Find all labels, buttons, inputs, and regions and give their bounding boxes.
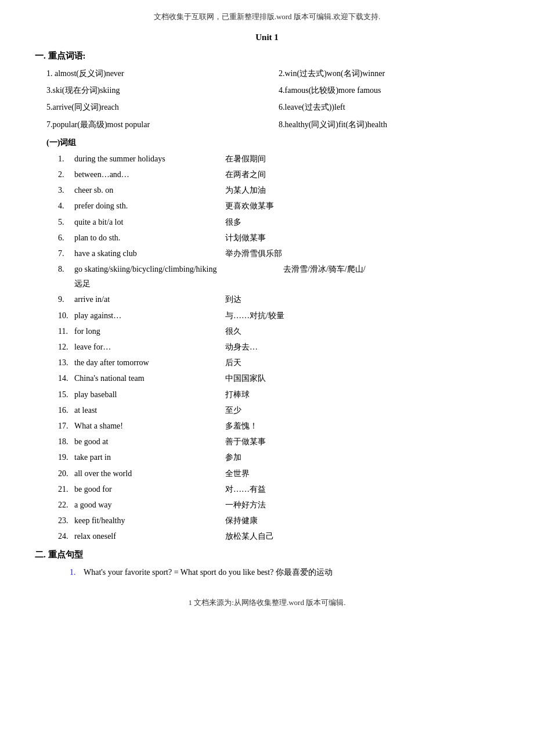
phrase-en: the day after tomorrow	[74, 355, 225, 370]
phrase-item: 20.all over the world全世界	[58, 466, 499, 481]
phrase-en: China's national team	[74, 371, 225, 386]
phrase-item: 4.prefer doing sth.更喜欢做某事	[58, 199, 499, 213]
phrase-item: 10.play against…与……对抗/较量	[58, 308, 499, 323]
phrase-num: 23.	[58, 513, 74, 528]
phrase-en: take part in	[74, 450, 225, 465]
phrase-en: play against…	[74, 308, 225, 323]
phrase-en: play baseball	[74, 387, 225, 402]
phrase-num: 13.	[58, 355, 74, 370]
sentence-item: 1.What's your favorite sport? = What spo…	[70, 565, 499, 579]
phrase-en: a good way	[74, 498, 225, 512]
phrase-en: be good for	[74, 482, 225, 496]
phrase-cn: 对……有益	[225, 482, 266, 496]
phrase-item: 14.China's national team中国国家队	[58, 371, 499, 386]
phrase-en: quite a bit/a lot	[74, 215, 225, 229]
phrase-item: 15.play baseball打棒球	[58, 387, 499, 402]
phrase-cn: 全世界	[225, 466, 250, 481]
phrase-cn: 多羞愧！	[225, 419, 258, 433]
phrase-num: 12.	[58, 340, 74, 354]
top-note: 文档收集于互联网，已重新整理排版.word 版本可编辑.欢迎下载支持.	[35, 12, 499, 22]
vocab-cn: 4.famous(比较级)more famous	[279, 83, 499, 98]
phrase-cn: 计划做某事	[225, 231, 266, 245]
phrase-cn: 参加	[225, 450, 241, 465]
phrase-cn: 很多	[225, 215, 241, 229]
phrase-en: all over the world	[74, 466, 225, 481]
phrase-num: 22.	[58, 498, 74, 512]
phrase-item: 8.go skating/skiing/bicycling/climbing/h…	[58, 262, 499, 291]
vocab-en: 5.arrive(同义词)reach	[46, 100, 267, 114]
phrase-num: 4.	[58, 199, 74, 213]
phrase-cn: 一种好方法	[225, 498, 266, 512]
phrase-cn: 至少	[225, 403, 241, 417]
phrase-item: 18.be good at善于做某事	[58, 434, 499, 449]
phrase-en: What a shame!	[74, 419, 225, 433]
phrase-num: 7.	[58, 246, 74, 261]
section1-title: 一. 重点词语:	[35, 51, 499, 62]
phrase-en: between…and…	[74, 167, 225, 182]
phrase-en: go skating/skiing/bicycling/climbing/hik…	[74, 262, 272, 276]
phrase-en: during the summer holidays	[74, 152, 225, 166]
phrase-cn: 打棒球	[225, 387, 250, 402]
bottom-note: 1 文档来源为:从网络收集整理.word 版本可编辑.	[35, 597, 499, 608]
phrase-wrap: 远足	[74, 276, 499, 291]
phrase-num: 11.	[58, 324, 74, 339]
vocab-grid: 1. almost(反义词)never2.win(过去式)won(名词)winn…	[46, 66, 499, 132]
phrase-cn: 后天	[225, 355, 241, 370]
phrase-item: 7.have a skating club举办滑雪俱乐部	[58, 246, 499, 261]
phrase-cn: 中国国家队	[225, 371, 266, 386]
vocab-cn: 2.win(过去式)won(名词)winner	[279, 66, 499, 81]
phrase-en: have a skating club	[74, 246, 225, 261]
vocab-cn: 8.healthy(同义词)fit(名词)health	[279, 117, 499, 132]
phrase-cn: 善于做某事	[225, 434, 266, 449]
phrase-item: 9.arrive in/at到达	[58, 292, 499, 307]
phrase-item: 21.be good for对……有益	[58, 482, 499, 496]
phrase-num: 20.	[58, 466, 74, 481]
vocab-cn: 6.leave(过去式))left	[279, 100, 499, 114]
phrase-cn: 与……对抗/较量	[225, 308, 284, 323]
phrase-list: 1.during the summer holidays在暑假期间2.betwe…	[58, 152, 499, 544]
phrase-en: keep fit/healthy	[74, 513, 225, 528]
phrase-en: relax oneself	[74, 529, 225, 543]
vocab-en: 3.ski(现在分词)skiing	[46, 83, 267, 98]
phrase-item: 5.quite a bit/a lot很多	[58, 215, 499, 229]
phrase-num: 5.	[58, 215, 74, 229]
phrase-en: leave for…	[74, 340, 225, 354]
phrase-cn: 到达	[225, 292, 241, 307]
phrase-num: 14.	[58, 371, 74, 386]
phrase-cn: 在两者之间	[225, 167, 266, 182]
phrase-num: 10.	[58, 308, 74, 323]
phrase-item: 6.plan to do sth.计划做某事	[58, 231, 499, 245]
phrase-cn: 更喜欢做某事	[225, 199, 274, 213]
phrase-en: for long	[74, 324, 225, 339]
phrase-num: 6.	[58, 231, 74, 245]
phrase-item: 1.during the summer holidays在暑假期间	[58, 152, 499, 166]
phrase-cn: 在暑假期间	[225, 152, 266, 166]
phrase-num: 16.	[58, 403, 74, 417]
phrase-num: 2.	[58, 167, 74, 182]
vocab-en: 1. almost(反义词)never	[46, 66, 267, 81]
phrase-item: 13.the day after tomorrow后天	[58, 355, 499, 370]
phrase-en: prefer doing sth.	[74, 199, 225, 213]
phrase-cn: 举办滑雪俱乐部	[225, 246, 282, 261]
phrase-num: 15.	[58, 387, 74, 402]
phrase-item: 24.relax oneself放松某人自己	[58, 529, 499, 543]
phrase-num: 19.	[58, 450, 74, 465]
phrase-cn: 很久	[225, 324, 241, 339]
sentence-num: 1.	[70, 565, 84, 579]
section2-title: 二. 重点句型	[35, 549, 499, 560]
phrase-num: 21.	[58, 482, 74, 496]
phrase-en: arrive in/at	[74, 292, 225, 307]
phrase-cn: 动身去…	[225, 340, 258, 354]
phrase-en: be good at	[74, 434, 225, 449]
phrase-item: 22.a good way一种好方法	[58, 498, 499, 512]
sentences-list: 1.What's your favorite sport? = What spo…	[58, 565, 499, 579]
phrase-en: plan to do sth.	[74, 231, 225, 245]
sub-section-title: (一)词组	[46, 138, 499, 148]
phrase-item: 11.for long很久	[58, 324, 499, 339]
phrase-cn: 去滑雪/滑冰/骑车/爬山/	[283, 262, 366, 276]
phrase-en: cheer sb. on	[74, 183, 225, 197]
phrase-num: 24.	[58, 529, 74, 543]
phrase-num: 9.	[58, 292, 74, 307]
phrase-num: 17.	[58, 419, 74, 433]
phrase-cn: 保持健康	[225, 513, 258, 528]
